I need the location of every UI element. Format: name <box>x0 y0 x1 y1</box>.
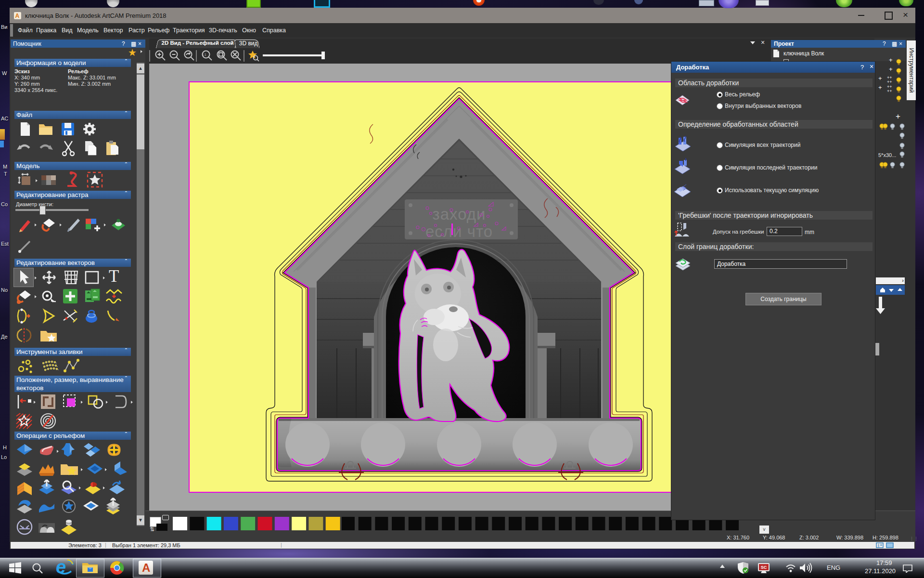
svg-text:5*x30...: 5*x30... <box>878 152 896 158</box>
svg-text:+: + <box>878 75 882 82</box>
svg-text:1:1: 1:1 <box>202 53 206 56</box>
svg-text:++: ++ <box>887 89 892 93</box>
svg-text:+: + <box>896 112 900 121</box>
svg-text:если что: если что <box>425 223 493 240</box>
svg-text:+: + <box>878 84 882 91</box>
svg-text:SC: SC <box>761 565 767 570</box>
svg-text:+: + <box>889 56 893 64</box>
svg-text:++: ++ <box>887 79 892 84</box>
svg-text:+: + <box>889 66 893 73</box>
svg-text:заходи: заходи <box>433 205 486 223</box>
